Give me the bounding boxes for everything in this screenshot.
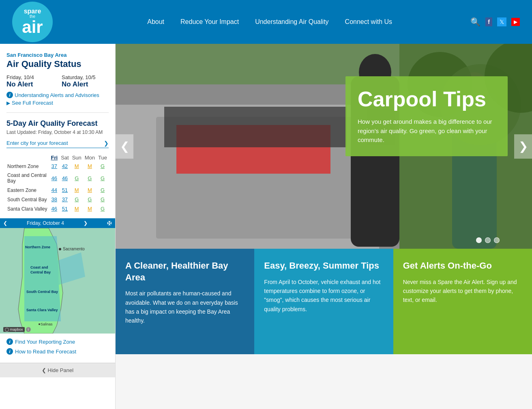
info-icon: i	[6, 92, 13, 98]
zone-sun: G	[71, 171, 83, 185]
table-row: Santa Clara Valley 46 51 M M G	[6, 204, 109, 213]
city-input-row: ❯	[6, 138, 109, 148]
col-sat: Sat	[59, 154, 71, 161]
nav-reduce[interactable]: Reduce Your Impact	[180, 18, 239, 26]
zone-tue: G	[97, 204, 109, 213]
how-to-read-link[interactable]: i How to Read the Forecast	[6, 348, 109, 355]
zone-sun: M	[71, 161, 83, 171]
zone-fri: 38	[49, 195, 60, 204]
full-forecast-label: See Full Forecast	[12, 100, 53, 106]
hero-card: Carpool Tips How you get around makes a …	[345, 76, 508, 156]
map-next-icon[interactable]: ❯	[84, 220, 88, 226]
full-forecast-link[interactable]: ▶ See Full Forecast	[6, 100, 109, 106]
main-layout: San Francisco Bay Area Air Quality Statu…	[0, 44, 532, 409]
zone-mon: M	[83, 204, 97, 213]
nav-understanding[interactable]: Understanding Air Quality	[255, 18, 328, 26]
card-cleaner-text: Most air pollutants are human-caused and…	[125, 289, 245, 325]
map-prev-icon[interactable]: ❮	[3, 220, 7, 226]
zone-mon: M	[83, 185, 97, 195]
find-reporting-zone-link[interactable]: i Find Your Reporting Zone	[6, 338, 109, 345]
zone-name: Coast and Central Bay	[6, 171, 49, 185]
card-summer: Easy, Breezy, Summer Tips From April to …	[254, 249, 393, 354]
card-summer-title: Easy, Breezy, Summer Tips	[264, 260, 383, 272]
hero-next-button[interactable]: ❯	[514, 134, 532, 159]
reporting-zone-info-icon: i	[6, 338, 13, 345]
divider-1	[6, 112, 109, 113]
card-alerts-text: Never miss a Spare the Air Alert. Sign u…	[403, 278, 522, 305]
alert-row: Friday, 10/4 No Alert Saturday, 10/5 No …	[6, 74, 109, 88]
svg-text:Santa Clara Valley: Santa Clara Valley	[26, 308, 58, 312]
zone-tue: G	[97, 161, 109, 171]
col-fri: Fri	[49, 154, 60, 161]
logo-spare: spare	[24, 8, 41, 15]
facebook-icon[interactable]: f	[485, 17, 492, 26]
col-mon: Mon	[83, 154, 97, 161]
zone-sun: G	[71, 195, 83, 204]
map-date-label: Friday, October 4	[27, 220, 64, 226]
hero-dot-2[interactable]	[485, 237, 491, 243]
card-summer-text: From April to October, vehicle exhaust a…	[264, 278, 383, 314]
search-icon[interactable]: 🔍	[470, 17, 481, 27]
zone-fri: 46	[49, 171, 60, 185]
hero-description: How you get around makes a big differenc…	[358, 117, 496, 145]
hero-section: Carpool Tips How you get around makes a …	[116, 44, 532, 249]
zone-name: Eastern Zone	[6, 185, 49, 195]
zone-fri: 44	[49, 185, 60, 195]
zone-sat: 46	[59, 171, 71, 185]
nav-about[interactable]: About	[147, 18, 164, 26]
header: spare the air About Reduce Your Impact U…	[0, 0, 532, 44]
hero-dot-3[interactable]	[494, 237, 500, 243]
svg-point-2	[59, 248, 61, 250]
twitter-icon[interactable]: 𝕏	[497, 17, 506, 26]
how-to-read-label: How to Read the Forecast	[15, 349, 76, 355]
sidebar-location: San Francisco Bay Area	[6, 52, 109, 58]
how-to-read-info-icon: i	[6, 348, 13, 355]
city-input[interactable]	[6, 138, 104, 148]
find-reporting-zone-label: Find Your Reporting Zone	[15, 339, 75, 345]
table-row: South Central Bay 38 37 G G G	[6, 195, 109, 204]
mapbox-logo: ◯ mapbox i	[3, 327, 31, 332]
alert-friday-date: Friday, 10/4	[6, 74, 54, 80]
youtube-icon[interactable]: ▶	[511, 18, 520, 26]
city-arrow-icon[interactable]: ❯	[104, 140, 109, 146]
zone-tue: G	[97, 195, 109, 204]
svg-text:Sacramento: Sacramento	[63, 247, 85, 251]
zone-sat: 51	[59, 185, 71, 195]
zone-sat: 42	[59, 161, 71, 171]
map-info-icon[interactable]: i	[26, 327, 31, 332]
svg-text:Central Bay: Central Bay	[30, 270, 51, 274]
svg-rect-15	[164, 107, 347, 147]
zone-name: Northern Zone	[6, 161, 49, 171]
bottom-links: i Find Your Reporting Zone i How to Read…	[6, 334, 109, 363]
card-cleaner: A Cleaner, Healthier Bay Area Most air p…	[116, 249, 254, 354]
hero-dot-1[interactable]	[476, 237, 482, 243]
nav-connect[interactable]: Connect with Us	[345, 18, 393, 26]
zone-sat: 37	[59, 195, 71, 204]
zone-mon: G	[83, 171, 97, 185]
forecast-table: Fri Sat Sun Mon Tue Northern Zone 37 42 …	[6, 154, 109, 213]
svg-text:South Central Bay: South Central Bay	[26, 290, 58, 294]
main-nav: About Reduce Your Impact Understanding A…	[69, 18, 470, 26]
logo[interactable]: spare the air	[12, 2, 53, 42]
col-tue: Tue	[97, 154, 109, 161]
alert-saturday: Saturday, 10/5 No Alert	[62, 74, 109, 88]
zone-fri: 37	[49, 161, 60, 171]
card-alerts: Get Alerts On-the-Go Never miss a Spare …	[393, 249, 532, 354]
zone-sun: M	[71, 185, 83, 195]
hero-dots	[476, 237, 500, 243]
hide-panel-label: Hide Panel	[48, 367, 74, 373]
zone-mon: M	[83, 161, 97, 171]
hide-panel-button[interactable]: ❮ Hide Panel	[0, 363, 115, 377]
understanding-alerts-link[interactable]: i Understanding Alerts and Advisories	[6, 92, 109, 98]
zone-fri: 46	[49, 204, 60, 213]
header-icons: 🔍 f 𝕏 ▶	[470, 17, 520, 27]
col-sun: Sun	[71, 154, 83, 161]
table-row: Coast and Central Bay 46 46 G G G	[6, 171, 109, 185]
logo-air: air	[22, 19, 43, 36]
forecast-heading: 5-Day Air Quality Forecast	[6, 119, 109, 128]
zone-mon: G	[83, 195, 97, 204]
zone-sun: M	[71, 204, 83, 213]
map-expand-icon[interactable]: ✠	[107, 220, 112, 226]
hero-prev-button[interactable]: ❮	[116, 134, 133, 159]
understanding-alerts-label: Understanding Alerts and Advisories	[15, 92, 99, 98]
